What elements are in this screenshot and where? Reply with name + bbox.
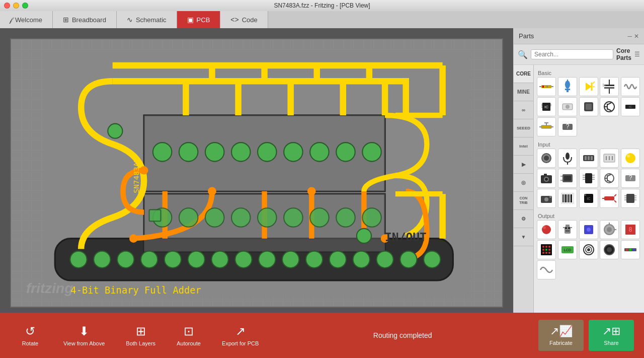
part-connector[interactable] — [600, 149, 619, 168]
svg-point-21 — [258, 142, 276, 161]
svg-text:IC: IC — [629, 105, 632, 108]
cat-tab-gear[interactable]: ⚙ — [514, 210, 533, 228]
svg-rect-36 — [149, 209, 161, 221]
fabricate-button[interactable]: ↗📈 Fabricate — [538, 320, 584, 351]
part-motor[interactable] — [600, 220, 619, 239]
svg-point-51 — [400, 251, 417, 268]
part-capacitor[interactable]: + — [600, 77, 619, 96]
svg-point-37 — [70, 251, 87, 268]
fritzing-logo: fritzing — [26, 280, 73, 297]
part-wave[interactable] — [537, 260, 556, 279]
svg-point-208 — [629, 249, 632, 251]
part-barcode[interactable] — [558, 189, 577, 208]
autoroute-button[interactable]: ⊡ Autoroute — [169, 320, 209, 350]
part-mosfet[interactable] — [600, 189, 619, 208]
part-potentiometer[interactable] — [537, 117, 556, 136]
svg-point-182 — [587, 228, 591, 232]
panel-close-button[interactable]: ✕ — [634, 33, 639, 40]
part-button[interactable] — [558, 97, 577, 116]
svg-point-26 — [108, 124, 122, 138]
cat-tab-core[interactable]: CORE — [514, 65, 533, 83]
part-ic-chip[interactable]: IC — [537, 97, 556, 116]
canvas-area[interactable]: SN7483AN IN/OUT 4-Bit Binary Full Adder — [0, 28, 513, 313]
share-button[interactable]: ↗⊞ Share — [589, 320, 634, 351]
svg-text:IC: IC — [587, 197, 590, 200]
tab-breadboard[interactable]: ⊞ Breadboard — [53, 11, 117, 28]
pcb-canvas[interactable]: SN7483AN IN/OUT 4-Bit Binary Full Adder — [10, 38, 503, 308]
tab-breadboard-label: Breadboard — [72, 16, 106, 24]
svg-point-38 — [94, 251, 110, 268]
cat-tab-contrib[interactable]: CONTRIB — [514, 192, 533, 210]
part-cam2[interactable] — [537, 189, 556, 208]
part-transistor2[interactable] — [600, 169, 619, 188]
part-resistor[interactable] — [537, 77, 556, 96]
part-lcd[interactable]: LCD — [558, 240, 577, 259]
svg-point-11 — [140, 166, 148, 175]
part-unknown2[interactable]: ? — [621, 169, 640, 188]
search-input[interactable] — [531, 49, 613, 59]
part-microphone[interactable] — [558, 77, 577, 96]
cat-tab-mine[interactable]: MINE — [514, 83, 533, 101]
cat-tab-circle[interactable]: ◎ — [514, 174, 533, 192]
part-target[interactable] — [579, 240, 598, 259]
panel-header: Parts ─ ✕ — [514, 28, 644, 44]
part-ic2[interactable]: IC — [579, 189, 598, 208]
svg-point-18 — [179, 142, 198, 161]
svg-point-198 — [548, 252, 550, 254]
svg-rect-74 — [567, 90, 569, 92]
part-ic3[interactable] — [621, 189, 640, 208]
part-inductor[interactable] — [621, 77, 640, 96]
code-icon: <> — [230, 16, 238, 24]
part-led-strip[interactable] — [621, 240, 640, 259]
part-led-matrix[interactable] — [537, 240, 556, 259]
part-relay[interactable] — [558, 169, 577, 188]
tab-schematic[interactable]: ∿ Schematic — [117, 11, 177, 28]
filter-icon[interactable]: ☰ — [634, 51, 640, 58]
part-mic2[interactable] — [558, 149, 577, 168]
window-title: SN7483A.fzz - Fritzing - [PCB View] — [274, 2, 370, 9]
panel-controls[interactable]: ─ ✕ — [627, 33, 639, 40]
export-pcb-button[interactable]: ↗ Export for PCB — [214, 320, 267, 350]
part-camera[interactable] — [537, 169, 556, 188]
svg-point-49 — [353, 251, 370, 268]
close-button[interactable] — [4, 3, 10, 9]
svg-line-163 — [614, 194, 616, 196]
svg-point-33 — [310, 208, 329, 227]
tab-pcb-label: PCB — [197, 16, 210, 24]
tab-pcb[interactable]: ▣ PCB — [177, 11, 221, 28]
view-from-above-button[interactable]: ⬇ View from Above — [55, 320, 113, 350]
part-transistor[interactable] — [600, 97, 619, 116]
cat-tab-loop[interactable]: ∞ — [514, 101, 533, 119]
both-layers-button[interactable]: ⊞ Both Layers — [118, 320, 164, 350]
maximize-button[interactable] — [22, 3, 28, 9]
part-led-yellow[interactable] — [579, 77, 598, 96]
part-circle-dark[interactable] — [600, 240, 619, 259]
part-ic-dip[interactable] — [579, 169, 598, 188]
part-robot[interactable] — [558, 220, 577, 239]
svg-text:?: ? — [629, 174, 632, 181]
part-sensor[interactable] — [537, 149, 556, 168]
tab-welcome[interactable]: 𝒻 Welcome — [0, 11, 53, 28]
tab-code-label: Code — [242, 16, 258, 24]
part-blue-chip[interactable] — [579, 220, 598, 239]
part-7seg[interactable]: 8 — [621, 220, 640, 239]
part-ic-black[interactable]: IC — [621, 97, 640, 116]
minimize-button[interactable] — [13, 3, 19, 9]
rotate-button[interactable]: ↺ Rotate — [10, 320, 50, 350]
panel-minimize-button[interactable]: ─ — [627, 33, 632, 40]
output-section-label: Output — [537, 211, 641, 220]
cat-tab-play[interactable]: ▶ — [514, 156, 533, 174]
welcome-icon: 𝒻 — [10, 16, 12, 24]
window-controls[interactable] — [4, 3, 28, 9]
cat-tab-seeed[interactable]: SEEED — [514, 119, 533, 137]
category-tabs: CORE MINE ∞ SEEED Intel ▶ ◎ CONTRIB ⚙ ▼ — [514, 65, 534, 313]
cat-tab-intel[interactable]: Intel — [514, 137, 533, 156]
part-yellow-ball[interactable] — [621, 149, 640, 168]
cat-tab-scroll-down[interactable]: ▼ — [514, 228, 533, 246]
part-led-red[interactable] — [537, 220, 556, 239]
svg-point-148 — [544, 197, 548, 201]
part-unknown[interactable]: ? — [558, 117, 577, 136]
tab-code[interactable]: <> Code — [220, 11, 268, 28]
part-switch-dip[interactable] — [579, 149, 598, 168]
part-component[interactable] — [579, 97, 598, 116]
